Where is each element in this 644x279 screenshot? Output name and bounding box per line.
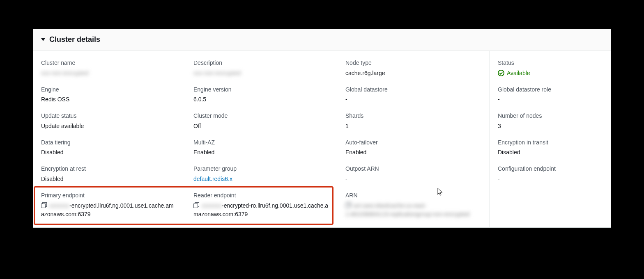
engine-version-value: 6.0.5 xyxy=(193,95,329,104)
global-datastore-label: Global datastore xyxy=(345,86,481,94)
details-col-4: Status Available Global datastore role -… xyxy=(490,51,611,227)
caret-down-icon xyxy=(41,38,45,41)
shards-value: 1 xyxy=(345,122,481,130)
node-type-label: Node type xyxy=(345,59,481,67)
engine-version-label: Engine version xyxy=(193,86,329,94)
data-tiering-value: Disabled xyxy=(41,148,177,157)
reader-endpoint-label: Reader endpoint xyxy=(193,192,329,200)
multi-az-value: Enabled xyxy=(193,148,329,157)
cluster-mode-label: Cluster mode xyxy=(193,112,329,120)
global-datastore-role-value: - xyxy=(498,95,603,104)
outpost-arn-value: - xyxy=(345,175,481,183)
update-status-label: Update status xyxy=(41,112,177,120)
encryption-in-transit-label: Encryption in transit xyxy=(498,139,603,147)
primary-endpoint-label: Primary endpoint xyxy=(41,192,177,200)
cluster-name-value: xxx-non-encrypted xyxy=(41,69,177,78)
engine-label: Engine xyxy=(41,86,177,94)
primary-endpoint-value: xxxxxxx-encrypted.llru6f.ng.0001.use1.ca… xyxy=(41,201,177,219)
engine-value: Redis OSS xyxy=(41,95,177,104)
outpost-arn-label: Outpost ARN xyxy=(345,165,481,173)
configuration-endpoint-label: Configuration endpoint xyxy=(498,165,603,173)
reader-endpoint-value: xxxxxxx-encrypted-ro.llru6f.ng.0001.use1… xyxy=(193,201,329,219)
encryption-in-transit-value: Disabled xyxy=(498,148,603,157)
node-type-value: cache.r6g.large xyxy=(345,69,481,78)
copy-icon[interactable] xyxy=(41,202,47,208)
copy-icon[interactable] xyxy=(345,202,351,208)
parameter-group-label: Parameter group xyxy=(193,165,329,173)
details-col-2: Description xxx-non-encrypted Engine ver… xyxy=(185,51,337,227)
status-label: Status xyxy=(498,59,603,67)
shards-label: Shards xyxy=(345,112,481,120)
encryption-at-rest-value: Disabled xyxy=(41,175,177,183)
multi-az-label: Multi-AZ xyxy=(193,139,329,147)
details-grid: Cluster name xxx-non-encrypted Engine Re… xyxy=(33,51,611,228)
arn-label: ARN xyxy=(345,192,481,200)
global-datastore-value: - xyxy=(345,95,481,104)
update-status-value: Update available xyxy=(41,122,177,130)
check-circle-icon xyxy=(498,70,504,76)
description-label: Description xyxy=(193,59,329,67)
auto-failover-value: Enabled xyxy=(345,148,481,157)
details-col-1: Cluster name xxx-non-encrypted Engine Re… xyxy=(33,51,185,227)
panel-title: Cluster details xyxy=(49,35,100,44)
status-value: Available xyxy=(498,69,530,78)
cluster-name-label: Cluster name xyxy=(41,59,177,67)
number-of-nodes-value: 3 xyxy=(498,122,603,130)
cluster-mode-value: Off xyxy=(193,122,329,130)
copy-icon[interactable] xyxy=(193,202,199,208)
auto-failover-label: Auto-failover xyxy=(345,139,481,147)
encryption-at-rest-label: Encryption at rest xyxy=(41,165,177,173)
number-of-nodes-label: Number of nodes xyxy=(498,112,603,120)
configuration-endpoint-value: - xyxy=(498,175,603,183)
details-col-3: Node type cache.r6g.large Global datasto… xyxy=(337,51,490,227)
global-datastore-role-label: Global datastore role xyxy=(498,86,603,94)
description-value: xxx-non-encrypted xyxy=(193,69,329,78)
data-tiering-label: Data tiering xyxy=(41,139,177,147)
arn-value: arn:aws:elasticache:us-east-1:4810368041… xyxy=(345,201,481,219)
panel-header[interactable]: Cluster details xyxy=(33,29,611,51)
parameter-group-value[interactable]: default.redis6.x xyxy=(193,175,329,183)
cluster-details-panel: Cluster details Cluster name xxx-non-enc… xyxy=(33,29,611,228)
